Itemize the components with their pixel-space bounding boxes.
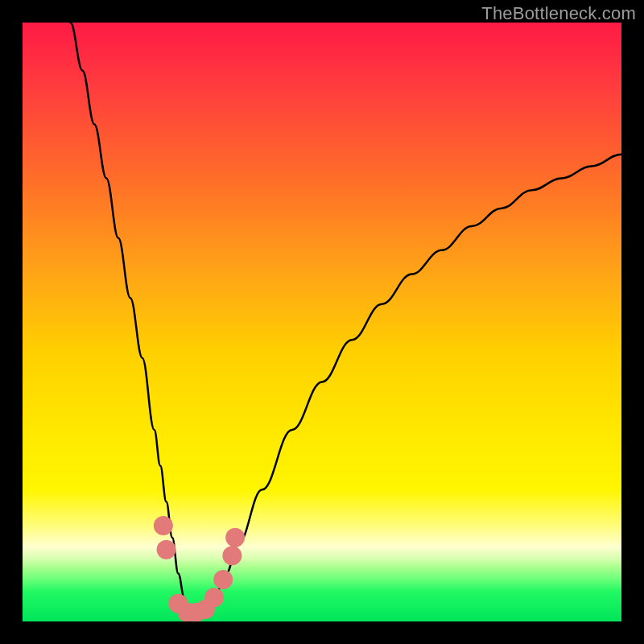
highlight-marker <box>222 546 242 565</box>
curve-layer <box>23 23 621 621</box>
marker-group <box>154 516 245 621</box>
highlight-marker <box>225 528 245 547</box>
curve-right-branch <box>190 155 621 616</box>
chart-frame: TheBottleneck.com <box>0 0 644 644</box>
watermark-label: TheBottleneck.com <box>481 3 636 24</box>
highlight-marker <box>213 570 233 589</box>
highlight-marker <box>154 516 173 535</box>
highlight-marker <box>157 540 176 559</box>
plot-area <box>23 23 621 621</box>
highlight-marker <box>204 588 224 607</box>
